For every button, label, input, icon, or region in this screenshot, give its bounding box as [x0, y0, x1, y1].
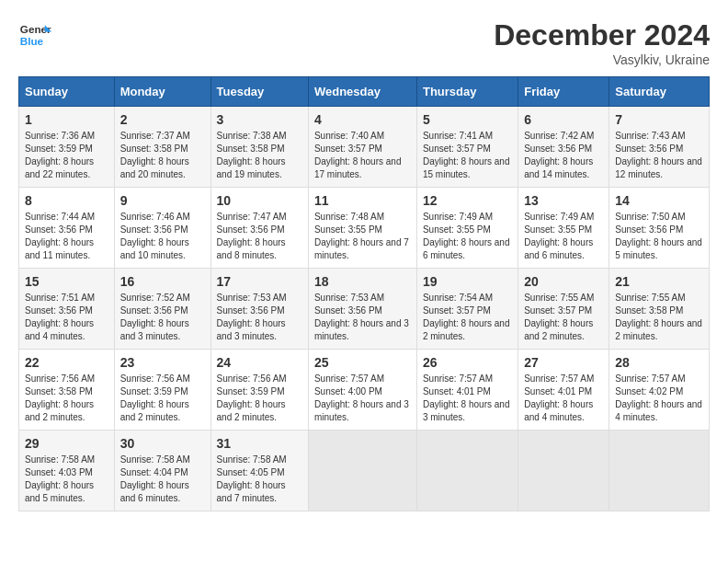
day-info: Sunrise: 7:36 AM Sunset: 3:59 PM Dayligh… [25, 130, 108, 181]
day-number: 6 [524, 112, 603, 127]
table-row: 12 Sunrise: 7:49 AM Sunset: 3:55 PM Dayl… [416, 188, 518, 269]
day-number: 23 [120, 355, 205, 370]
table-row: 22 Sunrise: 7:56 AM Sunset: 3:58 PM Dayl… [19, 350, 115, 431]
day-number: 24 [217, 355, 302, 370]
day-info: Sunrise: 7:55 AM Sunset: 3:57 PM Dayligh… [524, 292, 603, 343]
day-info: Sunrise: 7:49 AM Sunset: 3:55 PM Dayligh… [524, 211, 603, 262]
table-row: 18 Sunrise: 7:53 AM Sunset: 3:56 PM Dayl… [308, 269, 416, 350]
day-number: 15 [25, 274, 108, 289]
day-number: 1 [25, 112, 108, 127]
table-row: 9 Sunrise: 7:46 AM Sunset: 3:56 PM Dayli… [114, 188, 210, 269]
day-number: 28 [615, 355, 703, 370]
table-row: 5 Sunrise: 7:41 AM Sunset: 3:57 PM Dayli… [416, 107, 518, 188]
day-number: 29 [25, 436, 108, 451]
day-number: 25 [314, 355, 411, 370]
day-info: Sunrise: 7:58 AM Sunset: 4:04 PM Dayligh… [120, 454, 205, 505]
day-info: Sunrise: 7:55 AM Sunset: 3:58 PM Dayligh… [615, 292, 703, 343]
day-number: 14 [615, 193, 703, 208]
day-number: 4 [314, 112, 411, 127]
col-monday: Monday [114, 77, 210, 107]
day-number: 31 [217, 436, 302, 451]
title-block: December 2024 Vasylkiv, Ukraine [494, 18, 710, 67]
table-row: 4 Sunrise: 7:40 AM Sunset: 3:57 PM Dayli… [308, 107, 416, 188]
day-info: Sunrise: 7:48 AM Sunset: 3:55 PM Dayligh… [314, 211, 411, 262]
day-number: 22 [25, 355, 108, 370]
day-number: 21 [615, 274, 703, 289]
table-row: 3 Sunrise: 7:38 AM Sunset: 3:58 PM Dayli… [210, 107, 308, 188]
table-row: 20 Sunrise: 7:55 AM Sunset: 3:57 PM Dayl… [518, 269, 609, 350]
empty-cell [308, 431, 416, 511]
logo-icon: General Blue [18, 18, 51, 52]
table-row: 1 Sunrise: 7:36 AM Sunset: 3:59 PM Dayli… [19, 107, 115, 188]
calendar-week-row: 1 Sunrise: 7:36 AM Sunset: 3:59 PM Dayli… [19, 107, 710, 188]
day-info: Sunrise: 7:53 AM Sunset: 3:56 PM Dayligh… [217, 292, 302, 343]
table-row: 2 Sunrise: 7:37 AM Sunset: 3:58 PM Dayli… [114, 107, 210, 188]
day-info: Sunrise: 7:56 AM Sunset: 3:59 PM Dayligh… [120, 373, 205, 424]
day-number: 9 [120, 193, 205, 208]
table-row: 16 Sunrise: 7:52 AM Sunset: 3:56 PM Dayl… [114, 269, 210, 350]
day-number: 19 [423, 274, 512, 289]
col-thursday: Thursday [416, 77, 518, 107]
day-number: 18 [314, 274, 411, 289]
day-info: Sunrise: 7:49 AM Sunset: 3:55 PM Dayligh… [423, 211, 512, 262]
day-info: Sunrise: 7:57 AM Sunset: 4:02 PM Dayligh… [615, 373, 703, 424]
day-number: 17 [217, 274, 302, 289]
day-info: Sunrise: 7:37 AM Sunset: 3:58 PM Dayligh… [120, 130, 205, 181]
col-wednesday: Wednesday [308, 77, 416, 107]
table-row: 8 Sunrise: 7:44 AM Sunset: 3:56 PM Dayli… [19, 188, 115, 269]
day-info: Sunrise: 7:50 AM Sunset: 3:56 PM Dayligh… [615, 211, 703, 262]
day-info: Sunrise: 7:51 AM Sunset: 3:56 PM Dayligh… [25, 292, 108, 343]
logo: General Blue [18, 18, 51, 52]
col-friday: Friday [518, 77, 609, 107]
page-header: General Blue December 2024 Vasylkiv, Ukr… [18, 18, 710, 67]
table-row: 31 Sunrise: 7:58 AM Sunset: 4:05 PM Dayl… [210, 431, 308, 511]
day-number: 27 [524, 355, 603, 370]
day-number: 5 [423, 112, 512, 127]
day-info: Sunrise: 7:56 AM Sunset: 3:58 PM Dayligh… [25, 373, 108, 424]
col-saturday: Saturday [609, 77, 710, 107]
table-row: 6 Sunrise: 7:42 AM Sunset: 3:56 PM Dayli… [518, 107, 609, 188]
day-number: 8 [25, 193, 108, 208]
table-row: 13 Sunrise: 7:49 AM Sunset: 3:55 PM Dayl… [518, 188, 609, 269]
table-row: 29 Sunrise: 7:58 AM Sunset: 4:03 PM Dayl… [19, 431, 115, 511]
day-info: Sunrise: 7:56 AM Sunset: 3:59 PM Dayligh… [217, 373, 302, 424]
day-info: Sunrise: 7:46 AM Sunset: 3:56 PM Dayligh… [120, 211, 205, 262]
table-row: 25 Sunrise: 7:57 AM Sunset: 4:00 PM Dayl… [308, 350, 416, 431]
day-number: 11 [314, 193, 411, 208]
day-info: Sunrise: 7:57 AM Sunset: 4:01 PM Dayligh… [524, 373, 603, 424]
day-info: Sunrise: 7:52 AM Sunset: 3:56 PM Dayligh… [120, 292, 205, 343]
day-info: Sunrise: 7:38 AM Sunset: 3:58 PM Dayligh… [217, 130, 302, 181]
day-info: Sunrise: 7:58 AM Sunset: 4:05 PM Dayligh… [217, 454, 302, 505]
calendar-week-row: 22 Sunrise: 7:56 AM Sunset: 3:58 PM Dayl… [19, 350, 710, 431]
day-info: Sunrise: 7:41 AM Sunset: 3:57 PM Dayligh… [423, 130, 512, 181]
table-row: 19 Sunrise: 7:54 AM Sunset: 3:57 PM Dayl… [416, 269, 518, 350]
day-info: Sunrise: 7:54 AM Sunset: 3:57 PM Dayligh… [423, 292, 512, 343]
table-row: 7 Sunrise: 7:43 AM Sunset: 3:56 PM Dayli… [609, 107, 710, 188]
empty-cell [416, 431, 518, 511]
day-info: Sunrise: 7:42 AM Sunset: 3:56 PM Dayligh… [524, 130, 603, 181]
calendar-header-row: Sunday Monday Tuesday Wednesday Thursday… [19, 77, 710, 107]
day-info: Sunrise: 7:57 AM Sunset: 4:01 PM Dayligh… [423, 373, 512, 424]
table-row: 14 Sunrise: 7:50 AM Sunset: 3:56 PM Dayl… [609, 188, 710, 269]
calendar-week-row: 15 Sunrise: 7:51 AM Sunset: 3:56 PM Dayl… [19, 269, 710, 350]
day-info: Sunrise: 7:44 AM Sunset: 3:56 PM Dayligh… [25, 211, 108, 262]
calendar-week-row: 29 Sunrise: 7:58 AM Sunset: 4:03 PM Dayl… [19, 431, 710, 511]
svg-text:Blue: Blue [20, 35, 44, 47]
day-info: Sunrise: 7:57 AM Sunset: 4:00 PM Dayligh… [314, 373, 411, 424]
empty-cell [609, 431, 710, 511]
table-row: 24 Sunrise: 7:56 AM Sunset: 3:59 PM Dayl… [210, 350, 308, 431]
month-title: December 2024 [494, 18, 710, 52]
day-number: 7 [615, 112, 703, 127]
empty-cell [518, 431, 609, 511]
table-row: 11 Sunrise: 7:48 AM Sunset: 3:55 PM Dayl… [308, 188, 416, 269]
calendar-table: Sunday Monday Tuesday Wednesday Thursday… [18, 76, 710, 511]
day-number: 10 [217, 193, 302, 208]
day-info: Sunrise: 7:43 AM Sunset: 3:56 PM Dayligh… [615, 130, 703, 181]
table-row: 28 Sunrise: 7:57 AM Sunset: 4:02 PM Dayl… [609, 350, 710, 431]
day-number: 3 [217, 112, 302, 127]
day-number: 30 [120, 436, 205, 451]
day-number: 26 [423, 355, 512, 370]
table-row: 30 Sunrise: 7:58 AM Sunset: 4:04 PM Dayl… [114, 431, 210, 511]
table-row: 10 Sunrise: 7:47 AM Sunset: 3:56 PM Dayl… [210, 188, 308, 269]
day-info: Sunrise: 7:53 AM Sunset: 3:56 PM Dayligh… [314, 292, 411, 343]
